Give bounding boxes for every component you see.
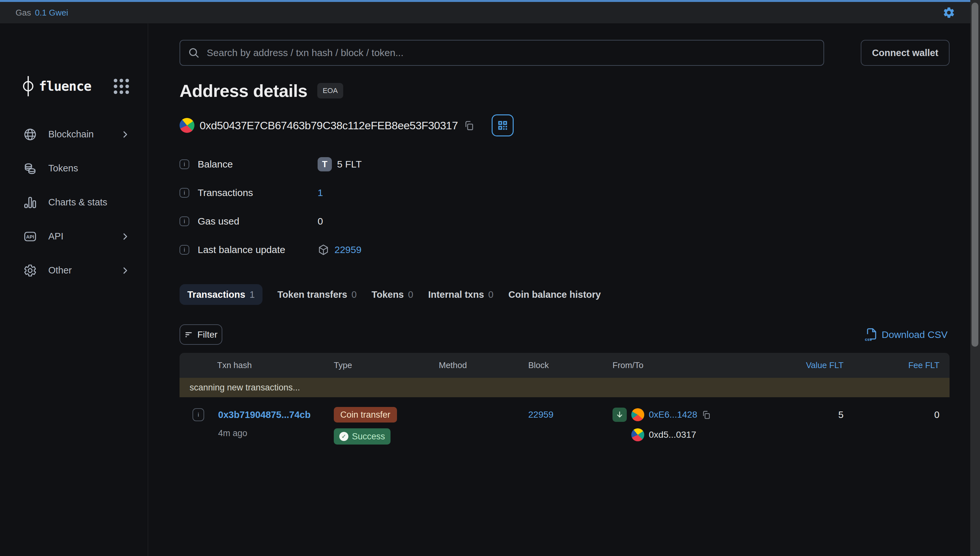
- col-method: Method: [439, 360, 528, 370]
- to-address: 0xd5...0317: [649, 430, 696, 440]
- txn-block-link[interactable]: 22959: [528, 409, 553, 420]
- scanning-banner: scanning new transactions...: [180, 378, 949, 397]
- gear-icon: [23, 264, 37, 277]
- tx-info-icon[interactable]: i: [192, 408, 204, 421]
- col-fee[interactable]: Fee FLT: [844, 360, 949, 370]
- tab-label: Transactions: [187, 289, 245, 300]
- sidebar-nav: Blockchain Tokens Charts & stats: [0, 117, 148, 288]
- chevron-right-icon: [121, 266, 129, 275]
- tab-label: Internal txns: [428, 289, 484, 300]
- sidebar-item-tokens[interactable]: Tokens: [0, 151, 148, 185]
- info-icon[interactable]: i: [180, 217, 189, 226]
- tab-label: Token transfers: [277, 289, 347, 300]
- sidebar-item-other[interactable]: Other: [0, 254, 148, 288]
- qr-code-button[interactable]: [492, 115, 514, 136]
- col-txn-hash: Txn hash: [180, 360, 334, 370]
- transactions-label: Transactions: [198, 187, 318, 198]
- fluence-logo-icon: [23, 76, 34, 97]
- balance-label: Balance: [198, 159, 318, 170]
- page-title: Address details: [180, 81, 307, 101]
- svg-text:csv: csv: [865, 337, 872, 342]
- search-input[interactable]: [206, 47, 816, 59]
- info-icon[interactable]: i: [180, 245, 189, 255]
- sidebar-item-label: Charts & stats: [48, 197, 129, 208]
- info-icon[interactable]: i: [180, 188, 189, 198]
- last-balance-update-label: Last balance update: [198, 244, 318, 255]
- tab-tokens[interactable]: Tokens 0: [372, 284, 414, 305]
- sidebar-item-label: Tokens: [48, 163, 129, 174]
- bar-chart-icon: [23, 196, 37, 209]
- col-value[interactable]: Value FLT: [760, 360, 844, 370]
- address-hash: 0xd50437E7CB67463b79C38c112eFEB8ee53F303…: [200, 119, 458, 132]
- download-csv-label: Download CSV: [882, 329, 948, 340]
- gas-used-value: 0: [318, 216, 323, 227]
- col-block: Block: [528, 360, 613, 370]
- to-avatar: [631, 428, 644, 441]
- address-details-list: i Balance T 5 FLT i Transactions 1 i Gas…: [180, 150, 949, 264]
- col-from-to: From/To: [613, 360, 760, 370]
- from-avatar: [631, 408, 644, 421]
- csv-file-icon: csv: [864, 328, 877, 342]
- chevron-right-icon: [121, 130, 129, 139]
- chevron-right-icon: [121, 232, 129, 241]
- arrow-down-icon: [615, 411, 624, 419]
- settings-gear-icon[interactable]: [943, 6, 956, 19]
- table-header: Txn hash Type Method Block From/To Value…: [180, 353, 949, 378]
- tab-bar: Transactions 1 Token transfers 0 Tokens …: [180, 284, 949, 305]
- sidebar-item-api[interactable]: API API: [0, 219, 148, 254]
- main-content: Connect wallet Address details EOA 0xd50…: [148, 23, 980, 556]
- tab-coin-balance-history[interactable]: Coin balance history: [508, 284, 601, 305]
- block-cube-icon: [318, 244, 329, 255]
- copy-from-address-icon[interactable]: [702, 410, 711, 419]
- sidebar-item-charts-stats[interactable]: Charts & stats: [0, 185, 148, 219]
- balance-row: i Balance T 5 FLT: [180, 150, 949, 179]
- tab-count: 0: [488, 289, 493, 300]
- transactions-table: Txn hash Type Method Block From/To Value…: [180, 353, 949, 456]
- connect-wallet-button[interactable]: Connect wallet: [861, 40, 949, 66]
- address-avatar: [180, 118, 194, 133]
- filter-button[interactable]: Filter: [180, 324, 222, 345]
- search-icon: [188, 47, 200, 59]
- filter-icon: [184, 330, 193, 339]
- txn-hash-link[interactable]: 0x3b71904875...74cb: [218, 409, 310, 420]
- gas-label: Gas: [16, 8, 31, 18]
- scrollbar-thumb[interactable]: [972, 3, 978, 347]
- txn-status-badge: ✓Success: [334, 428, 390, 444]
- table-row: i 0x3b71904875...74cb 4m ago Coin transf…: [180, 397, 949, 456]
- sidebar-item-label: Other: [48, 265, 121, 276]
- sidebar-item-label: API: [48, 231, 121, 242]
- gas-tracker: Gas 0.1 Gwei: [16, 8, 68, 18]
- apps-grid-icon[interactable]: [114, 79, 129, 94]
- txn-status-label: Success: [352, 432, 385, 441]
- sidebar-item-label: Blockchain: [48, 129, 121, 140]
- tab-token-transfers[interactable]: Token transfers 0: [277, 284, 357, 305]
- app-window: Gas 0.1 Gwei fluence: [0, 0, 980, 556]
- gas-value: 0.1 Gwei: [35, 8, 68, 18]
- page-scrollbar[interactable]: [970, 0, 980, 556]
- tab-transactions[interactable]: Transactions 1: [180, 284, 262, 305]
- transactions-count-link[interactable]: 1: [318, 187, 323, 198]
- txn-age: 4m ago: [218, 428, 334, 438]
- txn-fee: 0: [844, 406, 940, 424]
- transactions-row: i Transactions 1: [180, 179, 949, 207]
- from-address-link[interactable]: 0xE6...1428: [649, 409, 697, 420]
- incoming-arrow-badge: [613, 407, 627, 422]
- logo-text[interactable]: fluence: [39, 79, 91, 94]
- copy-address-icon[interactable]: [464, 120, 474, 131]
- col-type: Type: [334, 360, 439, 370]
- txn-type-badge: Coin transfer: [334, 407, 397, 422]
- sidebar: fluence Blockchain: [0, 23, 148, 556]
- download-csv-button[interactable]: csv Download CSV: [862, 327, 949, 342]
- tab-internal-txns[interactable]: Internal txns 0: [428, 284, 493, 305]
- sidebar-item-blockchain[interactable]: Blockchain: [0, 117, 148, 151]
- txn-value: 5: [760, 406, 844, 424]
- top-bar: Gas 0.1 Gwei: [0, 2, 980, 23]
- qr-code-icon: [497, 120, 508, 131]
- info-icon[interactable]: i: [180, 159, 189, 169]
- tab-label: Tokens: [372, 289, 404, 300]
- token-badge: T: [318, 157, 332, 171]
- tab-count: 0: [408, 289, 413, 300]
- last-balance-update-block-link[interactable]: 22959: [335, 244, 361, 255]
- address-type-badge: EOA: [317, 83, 343, 99]
- search-bar[interactable]: [180, 40, 824, 66]
